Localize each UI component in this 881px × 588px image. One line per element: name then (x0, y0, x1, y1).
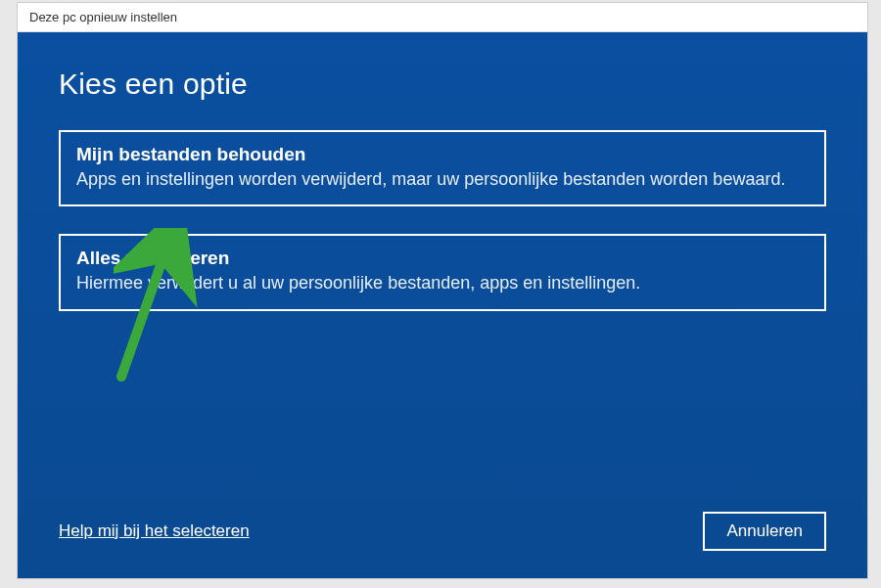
dialog-footer: Help mij bij het selecteren Annuleren (59, 512, 826, 551)
page-title: Kies een optie (59, 68, 826, 101)
reset-pc-dialog: Deze pc opnieuw instellen Kies een optie… (17, 2, 868, 579)
option-keep-files-title: Mijn bestanden behouden (76, 144, 809, 165)
dialog-content: Kies een optie Mijn bestanden behouden A… (18, 32, 867, 578)
titlebar: Deze pc opnieuw instellen (18, 3, 867, 32)
help-link[interactable]: Help mij bij het selecteren (59, 521, 250, 541)
option-remove-everything-description: Hiermee verwijdert u al uw persoonlijke … (76, 271, 809, 294)
option-keep-files[interactable]: Mijn bestanden behouden Apps en instelli… (59, 130, 826, 206)
window-title: Deze pc opnieuw instellen (29, 10, 177, 24)
option-remove-everything-title: Alles verwijderen (76, 248, 809, 269)
option-keep-files-description: Apps en instellingen worden verwijderd, … (76, 167, 809, 191)
cancel-button[interactable]: Annuleren (703, 512, 826, 551)
option-remove-everything[interactable]: Alles verwijderen Hiermee verwijdert u a… (59, 234, 826, 310)
